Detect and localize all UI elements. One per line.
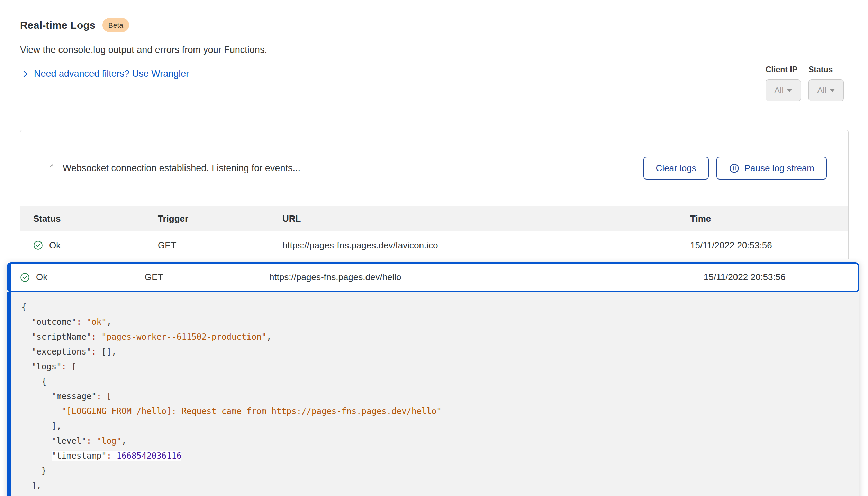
code-line: } bbox=[21, 463, 859, 478]
code-line: ], bbox=[21, 478, 859, 493]
trigger-cell: GET bbox=[158, 240, 282, 251]
table-header-row: Status Trigger URL Time bbox=[20, 206, 848, 231]
client-ip-filter-value: All bbox=[774, 85, 784, 95]
client-ip-filter-label: Client IP bbox=[766, 65, 801, 74]
code-line: "level": "log", bbox=[21, 434, 859, 449]
code-line: "exceptions": [], bbox=[21, 345, 859, 359]
time-cell: 15/11/2022 20:53:56 bbox=[690, 240, 835, 251]
caret-down-icon bbox=[830, 89, 835, 92]
logs-card: Websocket connection established. Listen… bbox=[20, 130, 849, 259]
caret-down-icon bbox=[787, 89, 792, 92]
url-cell: https://pages-fns.pages.dev/hello bbox=[269, 272, 704, 283]
time-cell: 15/11/2022 20:53:56 bbox=[704, 272, 849, 283]
status-value: Ok bbox=[49, 240, 61, 251]
check-circle-icon bbox=[33, 240, 43, 250]
code-line: "outcome": "ok", bbox=[21, 315, 859, 330]
websocket-status-bar: Websocket connection established. Listen… bbox=[20, 130, 848, 206]
status-value: Ok bbox=[36, 272, 47, 283]
loading-spinner-icon bbox=[49, 164, 58, 173]
chevron-right-icon bbox=[20, 69, 30, 79]
log-filters: Client IP All Status All bbox=[766, 65, 844, 101]
status-cell: Ok bbox=[20, 272, 145, 283]
status-cell: Ok bbox=[33, 240, 158, 251]
expanded-log-entry: Ok GET https://pages-fns.pages.dev/hello… bbox=[7, 262, 859, 496]
pause-log-stream-button[interactable]: Pause log stream bbox=[716, 157, 827, 180]
page-header: Real-time Logs Beta View the console.log… bbox=[0, 0, 868, 79]
url-cell: https://pages-fns.pages.dev/favicon.ico bbox=[282, 240, 690, 251]
code-line: "message": [ bbox=[21, 389, 859, 404]
clear-logs-label: Clear logs bbox=[656, 163, 696, 174]
code-line: "[LOGGING FROM /hello]: Request came fro… bbox=[21, 404, 859, 419]
code-line: { bbox=[21, 300, 859, 315]
table-header-time: Time bbox=[690, 213, 835, 224]
client-ip-filter-group: Client IP All bbox=[766, 65, 801, 101]
pause-log-stream-label: Pause log stream bbox=[744, 163, 814, 174]
table-row-selected[interactable]: Ok GET https://pages-fns.pages.dev/hello… bbox=[7, 262, 859, 292]
code-line: ], bbox=[21, 419, 859, 434]
beta-badge: Beta bbox=[102, 18, 129, 32]
table-header-trigger: Trigger bbox=[158, 213, 282, 224]
page-subtitle: View the console.log output and errors f… bbox=[20, 45, 868, 55]
code-line: "scriptName": "pages-worker--611502-prod… bbox=[21, 330, 859, 345]
table-row[interactable]: Ok GET https://pages-fns.pages.dev/favic… bbox=[20, 231, 848, 259]
code-line: { bbox=[21, 374, 859, 389]
trigger-cell: GET bbox=[145, 272, 269, 283]
websocket-status-text: Websocket connection established. Listen… bbox=[63, 163, 300, 174]
pause-circle-icon bbox=[729, 163, 740, 174]
code-line: "logs": [ bbox=[21, 359, 859, 374]
status-filter-select[interactable]: All bbox=[808, 79, 844, 101]
client-ip-filter-select[interactable]: All bbox=[766, 79, 801, 101]
status-filter-value: All bbox=[817, 85, 826, 95]
wrangler-link-label: Need advanced filters? Use Wrangler bbox=[34, 68, 189, 79]
check-circle-icon bbox=[20, 273, 30, 282]
status-filter-group: Status All bbox=[808, 65, 844, 101]
log-detail-panel: { "outcome": "ok", "scriptName": "pages-… bbox=[7, 292, 859, 496]
clear-logs-button[interactable]: Clear logs bbox=[643, 157, 709, 180]
status-filter-label: Status bbox=[808, 65, 844, 74]
page-title: Real-time Logs bbox=[20, 19, 96, 31]
code-line: "timestamp": 1668542036116 bbox=[21, 449, 859, 463]
table-header-status: Status bbox=[33, 213, 158, 224]
wrangler-filters-link[interactable]: Need advanced filters? Use Wrangler bbox=[20, 68, 189, 79]
table-header-url: URL bbox=[282, 213, 690, 224]
log-json-code: { "outcome": "ok", "scriptName": "pages-… bbox=[11, 292, 859, 493]
